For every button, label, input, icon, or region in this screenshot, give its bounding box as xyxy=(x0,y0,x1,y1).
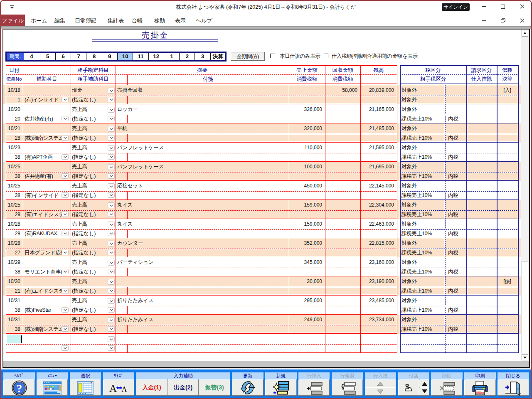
svg-text:A: A xyxy=(122,385,127,394)
svg-text:?: ? xyxy=(17,382,22,394)
svg-text:A: A xyxy=(109,383,117,394)
